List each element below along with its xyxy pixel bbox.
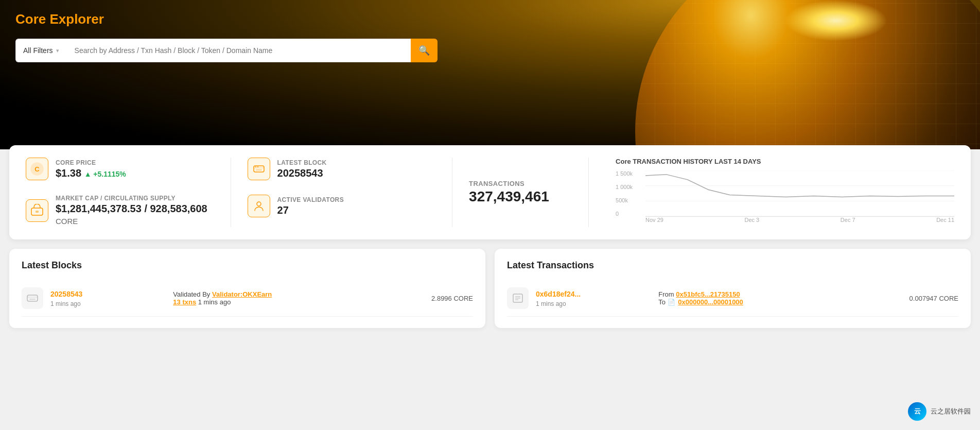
watermark-icon: 云 — [908, 402, 926, 421]
chart-title: Core TRANSACTION HISTORY LAST 14 DAYS — [616, 158, 954, 165]
market-cap-icon — [26, 199, 48, 222]
latest-block-icon — [248, 158, 270, 180]
tx-hash-link[interactable]: 0x6d18ef24... — [536, 290, 581, 298]
block-time: 1 mins ago — [50, 300, 166, 307]
svg-rect-3 — [36, 211, 39, 213]
latest-transactions-section: Latest Transactions 0x6d18ef24... 1 mins… — [495, 249, 971, 328]
search-input[interactable] — [66, 39, 411, 62]
x-label-1: Nov 29 — [645, 217, 663, 227]
block-main: 20258543 1 mins ago — [50, 289, 166, 307]
price-info: CORE PRICE $1.38 ▲ +5.1115% — [56, 159, 126, 179]
bottom-sections: Latest Blocks 20258543 1 mins ago Valida… — [9, 249, 971, 328]
svg-point-6 — [257, 166, 258, 167]
from-address-link[interactable]: 0x51bfc5...21735150 — [676, 290, 740, 298]
transactions-col: TRANSACTIONS 327,439,461 — [469, 158, 572, 227]
search-button[interactable]: 🔍 — [411, 39, 437, 62]
chart-y-axis: 1 500k 1 000k 500k 0 — [616, 170, 644, 217]
stats-panel: C CORE PRICE $1.38 ▲ +5.1115% MAR — [9, 145, 971, 239]
svg-rect-13 — [27, 295, 38, 301]
market-cap-unit: CORE — [56, 217, 78, 226]
search-bar: All Filters ▾ 🔍 — [15, 39, 437, 62]
x-label-2: Dec 3 — [745, 217, 760, 227]
txns-link[interactable]: 13 txns — [173, 298, 196, 306]
hero-section: Core Explorer All Filters ▾ 🔍 — [0, 0, 980, 149]
y-label-2: 1 000k — [616, 184, 644, 190]
validator-link[interactable]: Validator:OKXEarn — [212, 290, 272, 298]
y-label-1: 1 500k — [616, 170, 644, 177]
site-logo: Core Explorer — [15, 11, 965, 27]
latest-block-info: LATEST BLOCK 20258543 — [277, 159, 327, 179]
stats-col-middle: LATEST BLOCK 20258543 ACTIVE VALIDATORS … — [248, 158, 436, 227]
block-amount: 2.8996 CORE — [411, 295, 473, 302]
chart-section: Core TRANSACTION HISTORY LAST 14 DAYS 1 … — [605, 158, 954, 227]
price-stat: C CORE PRICE $1.38 ▲ +5.1115% — [26, 158, 214, 180]
validators-info: ACTIVE VALIDATORS 27 — [277, 196, 344, 216]
transactions-value: 327,439,461 — [469, 188, 572, 205]
tx-main: 0x6d18ef24... 1 mins ago — [536, 289, 651, 307]
to-label: To — [658, 298, 666, 306]
svg-rect-4 — [254, 166, 264, 172]
validators-value: 27 — [277, 204, 344, 216]
market-cap-amount: $1,281,445,378.53 / 928,583,608 — [56, 203, 207, 214]
latest-block-value: 20258543 — [277, 167, 327, 179]
svg-point-8 — [257, 202, 261, 206]
price-amount: $1.38 — [56, 167, 81, 179]
watermark: 云 云之居软件园 — [908, 402, 971, 421]
svg-rect-7 — [256, 169, 262, 170]
validators-stat: ACTIVE VALIDATORS 27 — [248, 195, 436, 217]
stats-col-left: C CORE PRICE $1.38 ▲ +5.1115% MAR — [26, 158, 214, 227]
validators-icon — [248, 195, 270, 217]
price-change: ▲ +5.1115% — [84, 170, 126, 178]
market-cap-value: $1,281,445,378.53 / 928,583,608 CORE — [56, 203, 214, 227]
hero-content: Core Explorer All Filters ▾ 🔍 — [0, 0, 980, 74]
price-label: CORE PRICE — [56, 159, 126, 166]
search-icon: 🔍 — [418, 45, 430, 56]
transactions-label: TRANSACTIONS — [469, 180, 572, 187]
filter-label: All Filters — [23, 46, 53, 55]
x-label-4: Dec 11 — [936, 217, 954, 227]
divider-1 — [231, 158, 231, 227]
latest-blocks-title: Latest Blocks — [22, 260, 473, 271]
tx-middle: From 0x51bfc5...21735150 To 📄 0x000000..… — [658, 290, 889, 306]
divider-2 — [452, 158, 452, 227]
svg-point-5 — [255, 166, 256, 167]
svg-text:C: C — [34, 165, 40, 173]
watermark-text: 云之居软件园 — [931, 407, 971, 416]
validated-by-label: Validated By — [173, 290, 210, 298]
txns-time: 1 mins ago — [198, 298, 231, 306]
tx-time: 1 mins ago — [536, 300, 651, 307]
block-row: 20258543 1 mins ago Validated By Validat… — [22, 280, 473, 317]
market-cap-info: MARKET CAP / CIRCULATING SUPPLY $1,281,4… — [56, 195, 214, 227]
block-middle: Validated By Validator:OKXEarn 13 txns 1… — [173, 290, 404, 306]
filter-button[interactable]: All Filters ▾ — [15, 39, 66, 62]
block-icon — [22, 287, 43, 309]
latest-blocks-section: Latest Blocks 20258543 1 mins ago Valida… — [9, 249, 485, 328]
from-label: From — [658, 290, 674, 298]
to-address-link[interactable]: 0x000000...00001000 — [678, 298, 743, 306]
validators-label: ACTIVE VALIDATORS — [277, 196, 344, 203]
y-label-3: 500k — [616, 197, 644, 203]
divider-3 — [588, 158, 589, 227]
tx-icon — [507, 287, 529, 309]
price-value: $1.38 ▲ +5.1115% — [56, 167, 126, 179]
x-label-3: Dec 7 — [841, 217, 855, 227]
latest-block-label: LATEST BLOCK — [277, 159, 327, 166]
chart-area: 1 500k 1 000k 500k 0 Nov 29 Dec 3 — [616, 170, 954, 227]
core-price-icon: C — [26, 158, 48, 180]
svg-rect-14 — [29, 299, 36, 300]
latest-transactions-title: Latest Transactions — [507, 260, 958, 271]
y-label-4: 0 — [616, 211, 644, 217]
chart-x-axis: Nov 29 Dec 3 Dec 7 Dec 11 — [645, 217, 954, 227]
market-cap-label: MARKET CAP / CIRCULATING SUPPLY — [56, 195, 214, 202]
market-cap-stat: MARKET CAP / CIRCULATING SUPPLY $1,281,4… — [26, 195, 214, 227]
chevron-down-icon: ▾ — [56, 47, 59, 54]
tx-amount: 0.007947 CORE — [897, 295, 958, 302]
block-number-link[interactable]: 20258543 — [50, 290, 82, 298]
chart-canvas — [645, 170, 954, 217]
to-doc-icon: 📄 — [668, 299, 675, 306]
watermark-char: 云 — [914, 407, 921, 416]
latest-block-stat: LATEST BLOCK 20258543 — [248, 158, 436, 180]
tx-row: 0x6d18ef24... 1 mins ago From 0x51bfc5..… — [507, 280, 958, 317]
